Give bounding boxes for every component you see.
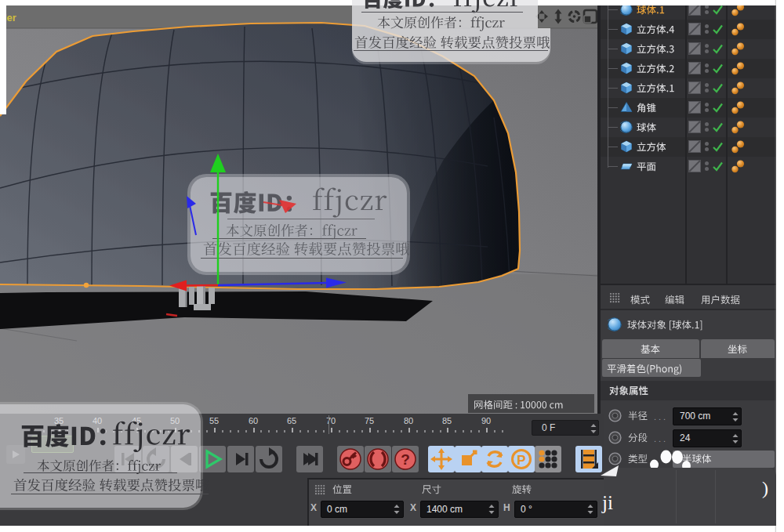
svg-text:P: P <box>517 453 525 468</box>
svg-text:?: ? <box>401 451 410 468</box>
